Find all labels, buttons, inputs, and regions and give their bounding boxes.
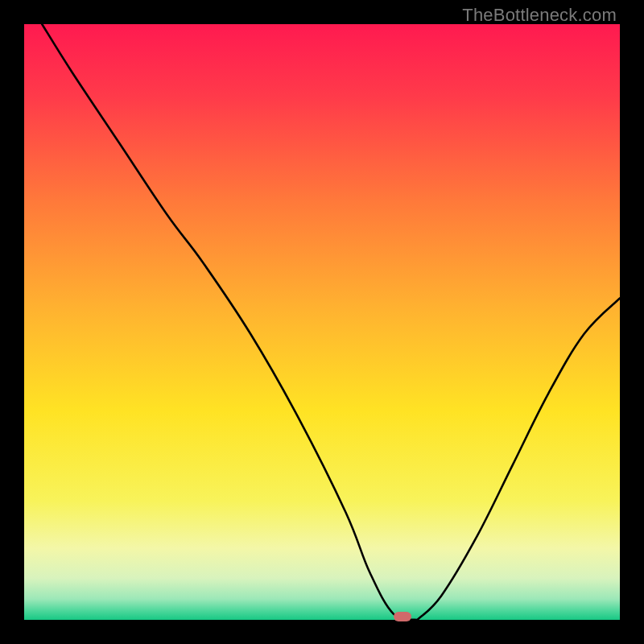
- bottleneck-curve: [24, 24, 620, 620]
- attribution-label: TheBottleneck.com: [462, 5, 617, 26]
- plot-area: [24, 24, 620, 620]
- chart-frame: TheBottleneck.com: [0, 0, 644, 644]
